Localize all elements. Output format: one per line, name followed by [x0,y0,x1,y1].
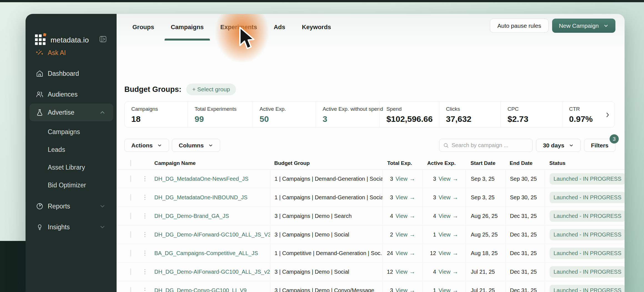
row-checkbox[interactable] [130,287,131,292]
status-cell: Launched - IN PROGRESS [545,207,625,225]
active-exp-view-link[interactable]: View→ [439,213,458,219]
stat-value: 37,632 [446,114,501,124]
drag-handle-icon[interactable] [144,269,145,275]
active-exp-cell: 1View→ [422,281,466,292]
column-header-total-exp[interactable]: Total Exp. [383,160,422,166]
stat-label: CTR [569,106,615,112]
drag-handle-icon[interactable] [144,213,145,219]
sidebar-subitem-bid-optimizer[interactable]: Bid Optimizer [48,182,86,189]
campaign-name-link[interactable]: DH_DG_MetadataOne-NewsFeed_JS [154,176,248,182]
new-campaign-button[interactable]: New Campaign [552,19,615,33]
columns-dropdown[interactable]: Columns [172,139,220,152]
sidebar-subitem-asset-library[interactable]: Asset Library [48,164,85,171]
total-exp-view-link[interactable]: View→ [396,268,415,275]
stat-label: Total Experiments [195,106,253,112]
campaign-name-link[interactable]: DH_DG_Demo-Convo-GC100_LI_V9 [154,287,246,292]
date-range-dropdown[interactable]: 30 days [536,139,581,152]
sidebar-item-advertise[interactable]: Advertise [26,105,117,120]
drag-handle-icon[interactable] [144,195,145,200]
drag-handle-icon[interactable] [144,251,145,256]
search-icon [443,142,449,148]
filters-count-badge: 3 [610,134,619,144]
new-campaign-label: New Campaign [559,22,599,29]
drag-handle-icon[interactable] [144,288,145,292]
chevron-right-icon[interactable] [605,112,611,118]
start-date-cell: Aug 25, 25 [466,225,505,244]
campaign-name-link[interactable]: DH_DG_MetadataOne-INBOUND_JS [154,194,248,200]
total-exp-count: 4 [390,213,393,219]
row-checkbox[interactable] [130,231,131,238]
campaign-search[interactable] [439,139,533,152]
sidebar-item-insights[interactable]: Insights [26,219,117,235]
total-exp-view-link[interactable]: View→ [396,250,415,256]
total-exp-view-link[interactable]: View→ [396,231,415,238]
select-all-checkbox[interactable] [130,160,131,166]
tab-keywords[interactable]: Keywords [302,14,331,41]
stat-value: 99 [195,114,253,124]
total-exp-cell: 3View→ [383,170,422,188]
tab-experiments[interactable]: Experiments [220,14,257,41]
sidebar-item-label: Audiences [48,91,77,98]
stat-label: Active Exp. without spend [323,106,379,112]
row-checkbox[interactable] [130,213,131,219]
stat-label: Spend [386,106,439,112]
campaign-name-link[interactable]: DH_DG_Demo-AIForward-GC100_ALL_JS_v2 [154,269,270,275]
campaigns-table: Campaign Name Budget Group Total Exp. Ac… [117,157,625,292]
status-cell: Launched - IN PROGRESS [545,225,625,244]
tab-groups[interactable]: Groups [132,14,154,41]
total-exp-view-link[interactable]: View→ [396,213,415,219]
arrow-right-icon: → [409,250,415,256]
row-checkbox[interactable] [130,194,131,201]
active-exp-view-link[interactable]: View→ [439,268,458,275]
drag-handle-icon[interactable] [144,232,145,237]
chevron-down-icon [603,23,609,29]
search-input[interactable] [452,142,529,148]
column-header-end-date[interactable]: End Date [505,160,545,166]
total-exp-view-link[interactable]: View→ [396,175,415,182]
column-header-campaign-name[interactable]: Campaign Name [154,160,270,166]
chevron-down-icon [569,143,574,148]
campaign-name-link[interactable]: DH_DG_Demo-AIForward-GC100_ALL_JS_V3 [154,231,270,238]
row-checkbox[interactable] [130,268,131,275]
sidebar-item-dashboard[interactable]: Dashboard [26,66,117,81]
active-exp-view-link[interactable]: View→ [439,231,458,238]
row-checkbox[interactable] [130,175,131,182]
total-exp-view-link[interactable]: View→ [396,194,415,201]
column-header-active-exp[interactable]: Active Exp. [422,160,466,166]
row-checkbox[interactable] [130,250,131,256]
total-exp-view-link[interactable]: View→ [396,287,415,292]
metadata-grid-logo-icon [35,34,46,46]
active-exp-view-link[interactable]: View→ [439,175,458,182]
column-header-status[interactable]: Status [545,160,625,166]
sidebar-item-label: Ask AI [48,49,66,57]
tab-ads[interactable]: Ads [274,14,285,41]
stat-label: CPC [507,106,562,112]
stat-card-total-experiments: Total Experiments99 [188,102,253,127]
sidebar-item-audiences[interactable]: Audiences [26,87,117,102]
actions-dropdown[interactable]: Actions [124,139,169,152]
status-cell: Launched - IN PROGRESS [545,281,625,292]
active-exp-cell: 3View→ [422,188,466,207]
campaign-name-link[interactable]: BA_DG_Campaigns-Competitive_ALL_JS [154,250,258,256]
active-exp-view-link[interactable]: View→ [439,287,458,292]
sidebar-item-ask-ai[interactable]: Ask AI [26,45,117,61]
sidebar-subitem-campaigns[interactable]: Campaigns [48,128,80,136]
column-header-start-date[interactable]: Start Date [466,160,505,166]
drag-handle-icon[interactable] [144,176,145,182]
stat-card-cpc: CPC$2.73 [500,102,562,127]
start-date-cell: Aug 26, 25 [466,207,505,225]
sidebar-item-label: Advertise [48,109,74,116]
status-cell: Launched - IN PROGRESS [545,263,625,281]
active-exp-view-link[interactable]: View→ [439,250,458,256]
campaign-name-link[interactable]: DH_DG_Demo-Brand_GA_JS [154,213,229,219]
column-header-budget-group[interactable]: Budget Group [270,160,383,166]
active-exp-view-link[interactable]: View→ [439,194,458,201]
budget-group-cell: 3 | Campaigns | Demo | Social [270,225,383,244]
tab-campaigns[interactable]: Campaigns [171,14,204,41]
sidebar-collapse-icon[interactable] [99,36,107,43]
main-area: GroupsCampaignsExperimentsAdsKeywords Au… [117,14,625,292]
sidebar-subitem-leads[interactable]: Leads [48,146,65,153]
sidebar-item-reports[interactable]: Reports [26,198,117,214]
auto-pause-rules-button[interactable]: Auto pause rules [490,19,549,33]
select-group-chip[interactable]: + Select group [186,84,236,95]
